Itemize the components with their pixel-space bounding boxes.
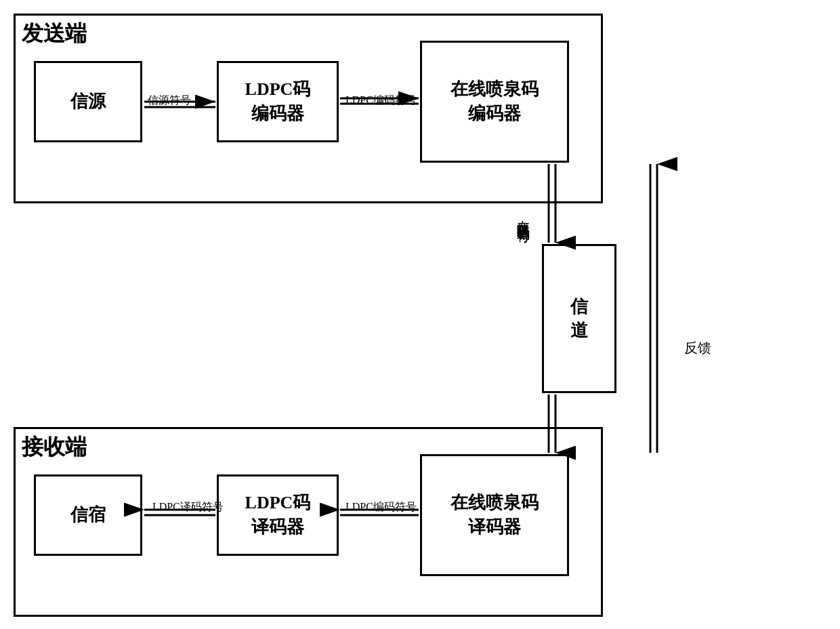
xinyuan-label: 信源 — [70, 89, 106, 114]
receiver-label: 接收端 — [22, 432, 87, 462]
fountain-decoder-label: 在线喷泉码译码器 — [450, 491, 539, 540]
channel-block: 信道 — [542, 244, 616, 393]
xinshu-label: 信宿 — [70, 503, 106, 527]
xinyuan-block: 信源 — [34, 61, 142, 142]
label-ldpc-encode-symbol-bottom: LDPC编码符号 — [345, 500, 417, 514]
ldpc-encoder-block: LDPC码编码器 — [217, 61, 339, 142]
sender-label: 发送端 — [22, 19, 87, 49]
label-ldpc-decode-symbol: LDPC译码符号 — [152, 500, 224, 514]
diagram-container: 发送端 接收端 信源 LDPC码编码器 在线喷泉码编码器 信宿 LDPC码译码器… — [0, 0, 840, 629]
channel-label: 信道 — [570, 295, 588, 342]
fountain-encoder-label: 在线喷泉码编码器 — [450, 77, 539, 127]
xinshu-block: 信宿 — [34, 474, 142, 556]
fountain-encoder-block: 在线喷泉码编码器 — [420, 41, 569, 163]
ldpc-encoder-label: LDPC码编码器 — [245, 77, 311, 127]
label-feedback: 反馈 — [684, 339, 711, 357]
label-fountain-encode-symbol: 在线喷泉码编码符号 — [515, 210, 532, 407]
label-xinyuan-symbol: 信源符号 — [148, 94, 191, 108]
label-ldpc-encode-symbol-top: LDPC编码符号 — [345, 94, 417, 108]
ldpc-decoder-label: LDPC码译码器 — [245, 491, 311, 540]
fountain-decoder-block: 在线喷泉码译码器 — [420, 454, 569, 576]
ldpc-decoder-block: LDPC码译码器 — [217, 474, 339, 556]
